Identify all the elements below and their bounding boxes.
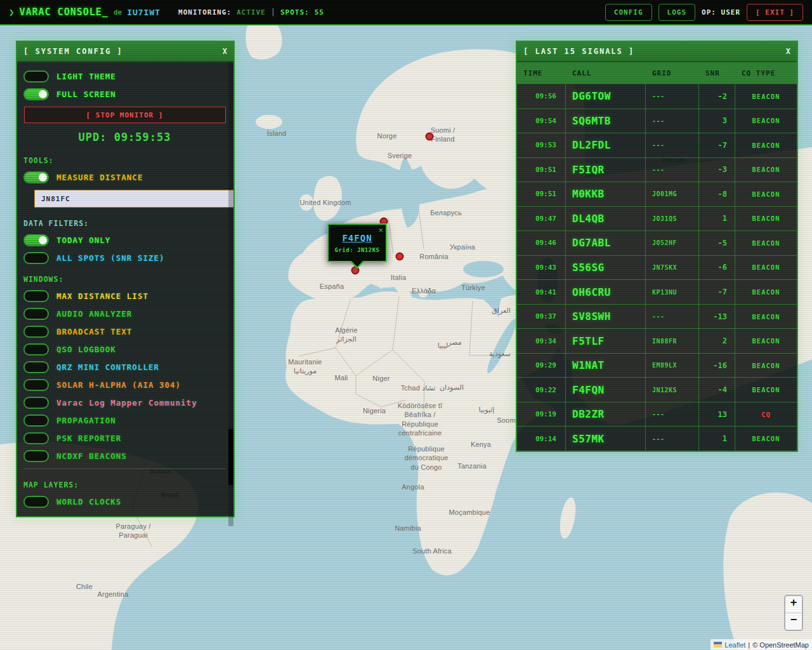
signal-callsign[interactable]: F5TLF [566,329,646,353]
signal-grid: JO52HF [646,231,699,255]
signal-row[interactable]: 09:19 DB2ZR --- 13 CQ [517,402,797,427]
signal-row[interactable]: 09:34 F5TLF IN88FR 2 BEACON [517,329,797,354]
signal-marker[interactable] [426,133,434,141]
last-signals-header[interactable]: [ LAST 15 SIGNALS ] X [517,42,797,62]
signal-cq-type: BEACON [735,158,797,182]
signal-row[interactable]: 09:22 F4FQN JN12KS -4 BEACON [517,378,797,402]
spots-count: 55 [315,8,324,17]
signal-grid: --- [646,84,699,109]
signal-callsign[interactable]: F4FQN [566,378,646,402]
logs-button[interactable]: LOGS [658,4,696,21]
signal-snr: -4 [699,378,735,402]
toggle-switch[interactable] [23,397,49,409]
signal-callsign[interactable]: SV8SWH [566,305,646,329]
popup-close-icon[interactable]: ✕ [379,225,383,234]
signal-callsign[interactable]: DB2ZR [566,402,646,427]
signal-callsign[interactable]: DG6TOW [566,84,646,109]
config-button[interactable]: CONFIG [605,4,652,21]
toggle-row[interactable]: NCDXF BEACONS [23,451,226,461]
operator-callsign: IU7IWT [127,8,160,17]
toggle-switch[interactable] [23,308,49,320]
toggle-switch[interactable] [23,379,49,391]
system-config-body: LIGHT THEME FULL SCREEN [ STOP MONITOR ]… [17,62,233,526]
toggle-row[interactable]: WORLD CLOCKS [23,496,226,507]
toggle-row[interactable]: SOLAR H-ALPHA (AIA 304) [23,380,226,390]
signal-callsign[interactable]: S56SG [566,256,646,280]
signal-callsign[interactable]: F5IQR [566,158,646,182]
toggle-switch[interactable] [23,290,49,302]
toggle-row[interactable]: ALL SPOTS (SNR SIZE) [23,253,226,263]
toggle-switch[interactable] [23,171,49,183]
grid-locator-input[interactable] [34,190,233,208]
toggle-switch[interactable] [23,450,49,462]
toggle-switch[interactable] [23,252,49,264]
toggle-switch[interactable] [23,432,49,444]
signal-row[interactable]: 09:37 SV8SWH --- -13 BEACON [517,305,797,329]
toggle-switch[interactable] [23,88,49,100]
scrollbar-thumb[interactable] [228,429,233,485]
signal-callsign[interactable]: DG7ABL [566,231,646,255]
map-country-label: Tanzania [457,461,487,470]
toggle-switch[interactable] [23,326,49,338]
signal-row[interactable]: 09:41 OH6CRU KP13NU -7 BEACON [517,280,797,305]
updated-time: UPD: 09:59:53 [23,131,226,145]
signal-row[interactable]: 09:29 W1NAT EM89LX -16 BEACON [517,354,797,378]
signal-row[interactable]: 09:46 DG7ABL JO52HF -5 BEACON [517,231,797,256]
scrollbar[interactable] [228,62,233,526]
toggle-switch[interactable] [23,496,49,508]
signal-row[interactable]: 09:53 DL2FDL --- -7 BEACON [517,133,797,158]
toggle-row[interactable]: MAX DISTANCE LIST [23,291,226,302]
toggle-row[interactable]: AUDIO ANALYZER [23,308,226,319]
osm-copyright[interactable]: © OpenStreetMap [752,641,809,649]
toggle-row[interactable]: Varac Log Mapper Community [23,397,226,408]
signal-row[interactable]: 09:51 F5IQR --- -3 BEACON [517,158,797,183]
toggle-row[interactable]: PSK REPORTER [23,433,226,444]
exit-button[interactable]: [ EXIT ] [747,4,803,21]
signal-callsign[interactable]: W1NAT [566,354,646,378]
map-country-label: Türkiye [461,283,485,292]
toggle-row[interactable]: MEASURE DISTANCE [23,172,226,183]
toggle-switch[interactable] [23,234,49,246]
signal-callsign[interactable]: SQ6MTB [566,109,646,133]
toggle-row[interactable]: TODAY ONLY [23,235,226,246]
signal-marker[interactable] [396,253,404,261]
leaflet-link[interactable]: Leaflet [724,641,745,649]
signal-callsign[interactable]: DL2FDL [566,133,646,157]
toggle-row[interactable]: FULL SCREEN [23,89,226,100]
signal-callsign[interactable]: OH6CRU [566,280,646,304]
signal-row[interactable]: 09:51 M0KKB JO01MG -8 BEACON [517,182,797,207]
app-title: VARAC CONSOLE_ [19,6,108,18]
signal-row[interactable]: 09:43 S56SG JN75KX -6 BEACON [517,256,797,281]
toggle-row[interactable]: PROPAGATION [23,415,226,426]
signal-callsign[interactable]: S57MK [566,427,646,451]
toggle-row[interactable]: BROADCAST TEXT [23,326,226,337]
toggle-row[interactable]: QRZ MINI CONTROLLER [23,362,226,373]
col-cq-type: CQ TYPE [735,69,797,77]
signal-row[interactable]: 09:14 S57MK --- 1 BEACON [517,427,797,451]
signal-callsign[interactable]: DL4QB [566,207,646,231]
popup-callsign-link[interactable]: F4FQN [329,233,386,243]
zoom-out-button[interactable]: − [785,613,802,630]
close-icon[interactable]: X [223,47,227,56]
signal-row[interactable]: 09:47 DL4QB JO31QS 1 BEACON [517,207,797,232]
signal-grid: KP13NU [646,280,699,304]
close-icon[interactable]: X [786,47,790,56]
stop-monitor-button[interactable]: [ STOP MONITOR ] [24,107,226,123]
signal-row[interactable]: 09:56 DG6TOW --- -2 BEACON [517,84,797,109]
toggle-row[interactable]: QSO LOGBOOK [23,344,226,355]
toggle-switch[interactable] [23,361,49,373]
map-country-label: Soom [497,416,516,425]
toggle-knob [39,173,47,182]
toggle-switch[interactable] [23,343,49,355]
toggle-row[interactable]: LIGHT THEME [23,71,226,82]
signal-grid: --- [646,305,699,329]
toggle-label: MEASURE DISTANCE [56,173,143,182]
toggle-switch[interactable] [23,415,49,427]
toggle-label: ALL SPOTS (SNR SIZE) [56,253,165,263]
signal-time: 09:14 [517,427,566,451]
system-config-header[interactable]: [ SYSTEM CONFIG ] X [17,42,233,62]
zoom-in-button[interactable]: + [785,596,802,613]
signal-callsign[interactable]: M0KKB [566,182,646,206]
toggle-switch[interactable] [23,70,49,83]
signal-row[interactable]: 09:54 SQ6MTB --- 3 BEACON [517,109,797,134]
